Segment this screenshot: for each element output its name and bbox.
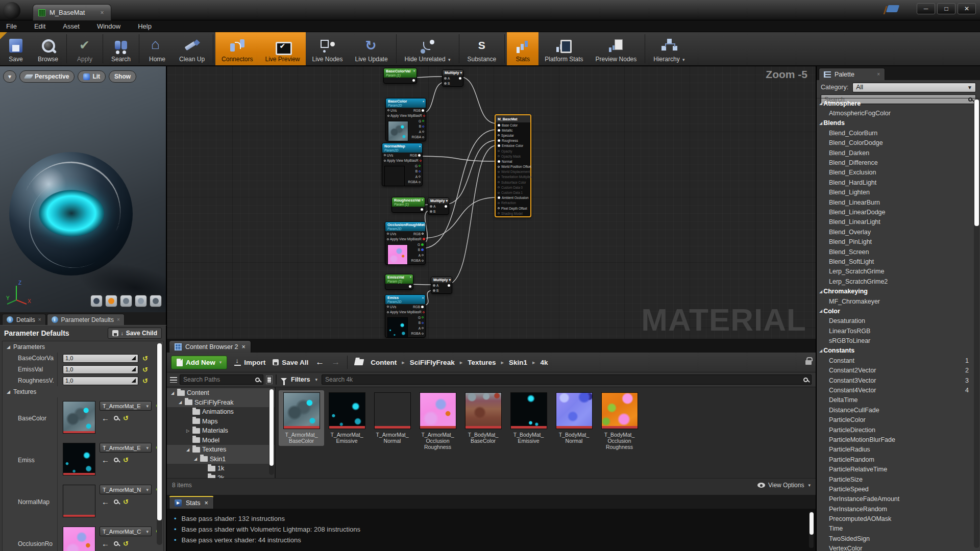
material-pin-specular[interactable]: Specular [496,133,530,138]
breadcrumb-4k[interactable]: 4k [541,359,548,366]
asset-tile-t-bodymat-basecolor[interactable]: T_BodyMat_BaseColor [460,390,506,446]
palette-item-blend-difference[interactable]: Blend_Difference [817,158,980,167]
palette-item-time[interactable]: Time [817,524,980,534]
tutorial-cap-icon[interactable] [886,5,900,12]
texture-thumbnail[interactable] [63,485,95,517]
expanded-arrow-icon[interactable]: ◢ [185,447,190,452]
viewport-lit-button[interactable]: Lit [78,70,106,83]
sources-toggle-icon[interactable] [170,377,177,383]
palette-category-blends[interactable]: ◢Blends [817,118,980,128]
maximize-button[interactable]: □ [937,3,955,14]
palette-item-blend-darken[interactable]: Blend_Darken [817,148,980,158]
main-material-node[interactable]: M_BaseMat Base Color Metallic Specular R… [495,114,531,217]
asset-tile-t-armormat-normal[interactable]: T_ArmorMat_Normal [370,390,415,446]
browse-to-asset-icon[interactable] [114,458,118,462]
palette-item-mf-chromakeyer[interactable]: MF_Chromakeyer [817,296,980,306]
collapsed-arrow-icon[interactable]: ▷ [185,429,190,433]
back-arrow-button[interactable]: ← [315,357,324,367]
search-paths-input[interactable]: Search Paths [180,374,263,385]
palette-item-blend-pinlight[interactable]: Blend_PinLight [817,237,980,246]
reset-to-default-icon[interactable]: ↺ [123,414,129,422]
palette-tab[interactable]: Palette × [819,68,885,80]
category-dropdown[interactable]: All ▼ [852,83,976,92]
material-pin-custom-data-1[interactable]: Custom Data 1 [496,190,530,195]
material-pin-normal[interactable]: Normal [496,159,530,164]
texture-thumbnail[interactable] [63,401,95,434]
palette-item-lerp-scratchgrime[interactable]: Lerp_ScratchGrime [817,267,980,277]
palette-category-chromakeying[interactable]: ◢Chromakeying [817,286,980,296]
browse-to-asset-icon[interactable] [114,416,118,420]
folder-scififlyfreak[interactable]: ◢ SciFiFlyFreak [167,398,275,408]
material-pin-custom-data-0[interactable]: Custom Data 0 [496,185,530,190]
palette-item-blend-hardlight[interactable]: Blend_HardLight [817,178,980,187]
nav-orbit-button[interactable] [105,295,117,307]
texture-asset-dropdown[interactable]: T_ArmorMat_C ▾ [100,527,152,536]
palette-item-blend-linearlight[interactable]: Blend_LinearLight [817,217,980,227]
folder-1k[interactable]: 1k [167,464,275,473]
close-icon[interactable]: × [877,71,880,77]
material-pin-emissive-color[interactable]: Emissive Color [496,143,530,148]
toolbar-button-hide-unrelated[interactable]: Hide Unrelated ▾ [399,32,457,65]
save-child-button[interactable]: ↓ Save Child [108,328,162,339]
tab-parameter-defaults[interactable]: i Parameter Defaults × [47,314,125,325]
palette-item-particlesize[interactable]: ParticleSize [817,474,980,484]
toolbar-button-connectors[interactable]: Connectors [215,32,259,65]
viewport-perspective-button[interactable]: Perspective [19,70,75,83]
material-pin-ambient-occlusion[interactable]: Ambient Occlusion [496,195,530,201]
palette-item-vertexcolor[interactable]: VertexColor [817,544,980,551]
palette-category-color[interactable]: ◢Color [817,306,980,316]
toolbar-button-stats[interactable]: Stats [507,32,538,65]
folder-skin1[interactable]: ◢ Skin1 [167,455,275,464]
palette-item-blend-screen[interactable]: Blend_Screen [817,247,980,257]
material-pin-metallic[interactable]: Metallic [496,128,530,133]
nav-pan-button[interactable] [90,295,103,307]
palette-item-particlerandom[interactable]: ParticleRandom [817,455,980,464]
folder-content[interactable]: ◢ Content [167,388,275,398]
toolbar-button-platform-stats[interactable]: Platform Stats [538,32,589,65]
view-options-button[interactable]: View Options ▾ [757,482,811,489]
texture-thumbnail[interactable] [63,527,95,551]
breadcrumb-scififlyfreak[interactable]: SciFiFlyFreak [410,359,455,366]
menu-edit[interactable]: Edit [34,22,45,30]
drag-grip-icon[interactable] [132,367,136,371]
stats-scrollbar[interactable] [809,511,814,548]
browse-to-asset-icon[interactable] [114,499,118,504]
material-pin-shading-model[interactable]: Shading Model [496,211,530,216]
parameters-section-header[interactable]: ◢Parameters [3,341,163,353]
close-icon[interactable]: × [38,317,41,322]
palette-item-blend-lighten[interactable]: Blend_Lighten [817,188,980,197]
asset-tile-t-bodymat-occlusionroughness[interactable]: T_BodyMat_OcclusionRoughness [597,390,642,452]
toolbar-button-browse[interactable]: Browse [32,32,64,65]
filters-button[interactable]: Filters [291,376,310,383]
asset-tile-t-armormat-occlusionroughness[interactable]: T_ArmorMat_OcclusionRoughness [415,390,460,452]
palette-item-twosidedsign[interactable]: TwoSidedSign [817,534,980,543]
asset-tile-t-bodymat-emissive[interactable]: T_BodyMat_Emissive [506,390,551,446]
folder-maps[interactable]: Maps [167,417,275,427]
palette-item-particlemotionblurfade[interactable]: ParticleMotionBlurFade [817,435,980,444]
forward-arrow-button[interactable]: → [331,357,340,367]
details-scrollbar[interactable] [157,343,162,545]
stats-tab[interactable]: ▶ Stats × [169,496,214,509]
lock-icon[interactable] [805,360,812,365]
toolbar-button-preview-nodes[interactable]: Preview Nodes [590,32,643,65]
close-button[interactable]: ✕ [958,3,976,14]
multiply-node[interactable]: Multiply ▾ A B [428,197,449,215]
menu-file[interactable]: File [6,22,17,30]
folder-open-icon[interactable] [354,359,364,365]
multiply-node[interactable]: Multiply ▾ A B [431,277,452,294]
toolbar-button-apply[interactable]: Apply [69,32,101,65]
use-selected-icon[interactable]: ← [102,456,109,464]
nav-float-button[interactable] [135,295,147,307]
use-selected-icon[interactable]: ← [102,539,109,548]
reset-to-default-icon[interactable]: ↺ [123,540,129,547]
nav-cycle-button[interactable] [150,295,162,307]
palette-item-particleradius[interactable]: ParticleRadius [817,445,980,455]
expanded-arrow-icon[interactable]: ◢ [193,457,198,461]
palette-item-lineartosrgb[interactable]: LinearTosRGB [817,326,980,336]
drag-grip-icon[interactable] [132,379,136,383]
folder-animations[interactable]: Animations [167,407,275,417]
list-view-icon[interactable] [266,375,273,384]
browse-to-asset-icon[interactable] [114,541,118,546]
param-node-emissval[interactable]: EmissValParam (1) ▾ [385,274,413,290]
palette-item-lerp-scratchgrime2[interactable]: Lerp_ScratchGrime2 [817,277,980,286]
